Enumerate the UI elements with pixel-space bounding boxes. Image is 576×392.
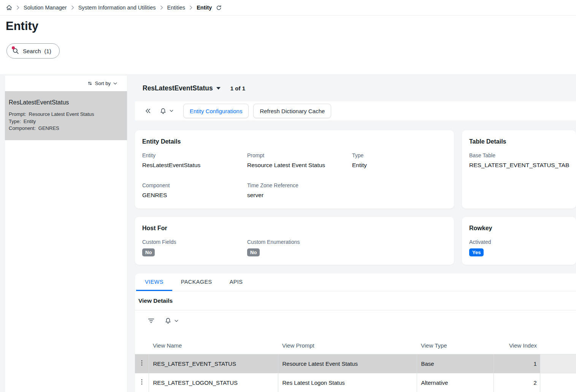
views-section: VIEWS PACKAGES APIS View Details [135,273,576,392]
field-activated: Activated Yes [469,239,569,256]
entity-page: Solution Manager System Information and … [0,0,576,392]
field-label: Entity [142,152,247,158]
chevron-right-icon [71,5,74,10]
cell-view-name: RES_LATEST_EVENT_STATUS [149,354,278,373]
content-area: Sort by ResLatestEventStatus Prompt:Reso… [0,74,576,392]
field-base-table: Base Table RES_LATEST_EVENT_STATUS_TAB [469,152,569,169]
field-label: Prompt [247,152,352,158]
search-button[interactable]: Search (1) [6,43,60,58]
record-count: 1 of 1 [230,85,245,92]
breadcrumb-entity-current: Entity [197,5,212,11]
views-notifications-control [165,318,178,324]
row-menu-icon[interactable] [135,373,149,392]
search-icon [13,47,19,54]
field-label: Type [352,152,447,158]
refresh-icon[interactable] [216,5,222,11]
sort-icon [87,81,92,86]
field-value: Entity [352,162,447,169]
chevron-right-icon [16,5,19,10]
bell-icon[interactable] [160,108,166,114]
field-value: ResLatestEventStatus [142,162,247,169]
collapse-panel-icon[interactable] [145,108,151,114]
object-title: ResLatestEventStatus [143,84,213,92]
field-value: GENRES [142,192,247,199]
cell-filler [540,373,576,392]
entity-configurations-button[interactable]: Entity Configurations [183,104,249,118]
column-header-filler [540,331,576,354]
column-header-view-index: View Index [493,331,540,354]
tab-packages[interactable]: PACKAGES [172,273,221,291]
entity-details-card: Entity Details Entity ResLatestEventStat… [135,130,454,209]
sort-by-label: Sort by [95,81,111,86]
view-details-title: View Details [138,297,173,304]
row-menu-icon[interactable] [135,354,149,373]
sidebar-prompt-value: Resource Latest Event Status [29,111,94,117]
field-type: Type Entity [352,152,447,169]
breadcrumb-solution-manager[interactable]: Solution Manager [24,5,67,11]
column-header-view-prompt: View Prompt [278,331,417,354]
breadcrumb-system-information-and-utilities[interactable]: System Information and Utilities [78,5,156,11]
breadcrumb-entities[interactable]: Entities [167,5,186,11]
sidebar-item-reslatesteventstatus[interactable]: ResLatestEventStatus Prompt:Resource Lat… [5,91,127,140]
sidebar-item-details: Prompt:Resource Latest Event Status Type… [9,111,123,132]
views-table-header-row: View Name View Prompt View Type View Ind… [135,331,576,354]
page-title: Entity [6,19,38,33]
field-label: Component [142,182,247,188]
details-cards-row: Entity Details Entity ResLatestEventStat… [135,130,576,209]
views-table: View Name View Prompt View Type View Ind… [135,331,576,392]
tab-views[interactable]: VIEWS [136,273,172,291]
status-badge-activated: Yes [469,248,484,256]
table-row[interactable]: RES_LATEST_LOGON_STATUS Res Latest Logon… [135,373,576,392]
field-custom-enumerations: Custom Enumerations No [247,239,447,256]
sidebar-component-value: GENRES [38,125,59,131]
sidebar-type-label: Type: [9,119,21,124]
bell-chevron-down-icon[interactable] [175,320,178,322]
home-icon[interactable] [6,5,12,11]
field-label: Time Zone Reference [247,182,352,188]
flags-cards-row: Host For Custom Fields No Custom Enumera… [135,217,576,265]
sort-by-control[interactable]: Sort by [5,76,127,91]
field-label: Activated [469,239,569,245]
search-label: Search [23,48,41,54]
column-header-menu [135,331,149,354]
refresh-dictionary-cache-button[interactable]: Refresh Dictionary Cache [253,104,331,118]
cell-view-type: Base [417,354,493,373]
field-component: Component GENRES [142,182,247,199]
table-details-title: Table Details [469,138,569,145]
view-details-header: View Details [135,291,576,310]
sidebar: Sort by ResLatestEventStatus Prompt:Reso… [5,76,127,392]
cell-view-type: Alternative [417,373,493,392]
breadcrumb: Solution Manager System Information and … [0,0,576,16]
object-title-dropdown-icon[interactable] [216,87,221,90]
field-time-zone-reference: Time Zone Reference server [247,182,352,199]
field-custom-fields: Custom Fields No [142,239,247,256]
host-for-title: Host For [142,225,447,232]
host-for-card: Host For Custom Fields No Custom Enumera… [135,217,454,265]
search-count: (1) [44,48,51,54]
field-value: RES_LATEST_EVENT_STATUS_TAB [469,162,569,169]
sidebar-prompt-label: Prompt: [9,111,26,117]
sidebar-type-value: Entity [24,119,36,124]
filter-icon[interactable] [148,318,154,323]
sidebar-component-label: Component: [9,125,36,131]
notification-dot [12,46,15,49]
status-badge-custom-fields: No [142,248,155,256]
field-value: Resource Latest Event Status [247,162,352,169]
notifications-control [160,108,173,114]
bell-icon[interactable] [165,318,171,324]
cell-view-prompt: Res Latest Logon Status [278,373,417,392]
field-label: Custom Fields [142,239,247,245]
views-toolbar [135,310,576,331]
cell-view-prompt: Resource Latest Event Status [278,354,417,373]
cell-view-name: RES_LATEST_LOGON_STATUS [149,373,278,392]
chevron-right-icon [189,5,192,10]
chevron-right-icon [160,5,163,10]
tabbar: VIEWS PACKAGES APIS [135,273,576,291]
bell-chevron-down-icon[interactable] [170,110,173,112]
tab-apis[interactable]: APIS [221,273,252,291]
rowkey-title: Rowkey [469,225,569,232]
object-header: ResLatestEventStatus 1 of 1 [135,74,576,92]
field-value: server [247,192,352,199]
table-row[interactable]: RES_LATEST_EVENT_STATUS Resource Latest … [135,354,576,373]
sidebar-item-title: ResLatestEventStatus [9,99,123,106]
